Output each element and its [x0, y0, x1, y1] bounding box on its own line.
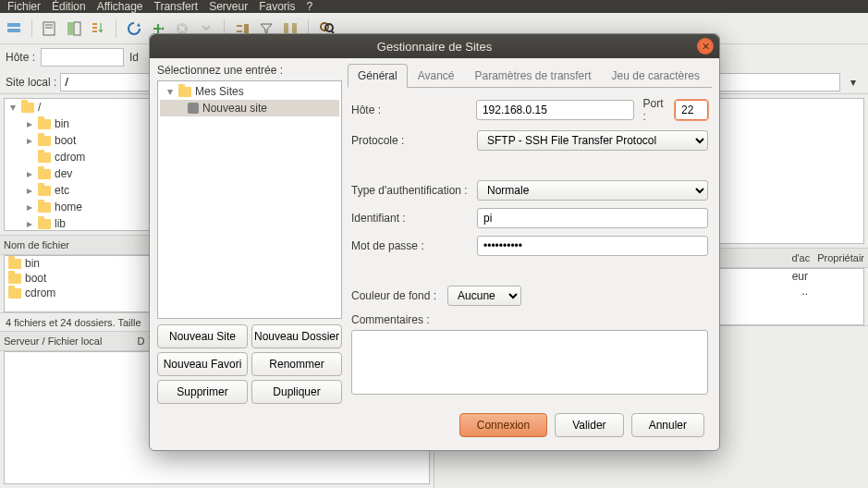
tab-advanced[interactable]: Avancé [408, 64, 465, 87]
svg-rect-6 [74, 22, 80, 35]
tree-item[interactable]: bin [55, 117, 69, 130]
server-manager-icon[interactable] [4, 18, 24, 39]
menu-transfer[interactable]: Transfert [154, 0, 199, 13]
quick-host-input[interactable] [41, 48, 124, 67]
select-entry-label: Sélectionnez une entrée : [157, 64, 342, 77]
tree-item[interactable]: home [55, 201, 82, 214]
folder-icon [178, 87, 191, 97]
toggle-queue-icon[interactable] [88, 18, 108, 39]
comments-textarea[interactable] [351, 330, 708, 395]
tree-item[interactable]: dev [55, 167, 72, 180]
delete-button[interactable]: Supprimer [157, 380, 248, 404]
comments-label: Commentaires : [351, 313, 471, 326]
tree-root[interactable]: / [38, 101, 41, 114]
tab-charset[interactable]: Jeu de caractères [602, 64, 710, 87]
validate-button[interactable]: Valider [555, 413, 623, 437]
auth-label: Type d'authentification : [351, 184, 471, 197]
folder-icon [38, 119, 51, 129]
user-input[interactable] [477, 208, 708, 228]
site-tree-root[interactable]: Mes Sites [195, 85, 244, 98]
header-direction[interactable]: D [137, 336, 144, 347]
tree-item[interactable]: etc [55, 184, 69, 197]
tree-item[interactable]: boot [55, 134, 76, 147]
port-input[interactable] [675, 100, 708, 120]
dialog-title-bar: Gestionnaire de Sites ✕ [150, 34, 719, 58]
svg-rect-0 [7, 23, 20, 27]
auth-select[interactable]: Normale [477, 180, 708, 201]
svg-rect-10 [292, 23, 297, 34]
svg-rect-2 [43, 22, 55, 35]
menu-file[interactable]: Fichier [7, 0, 41, 13]
close-icon[interactable]: ✕ [697, 38, 714, 55]
tabs: Général Avancé Paramètres de transfert J… [348, 64, 712, 88]
svg-rect-8 [244, 24, 249, 33]
new-favorite-button[interactable]: Nouveau Favori [157, 352, 248, 376]
quick-host-label: Hôte : [6, 51, 35, 64]
toggle-tree-icon[interactable] [64, 18, 84, 39]
folder-icon [8, 259, 21, 269]
list-item[interactable]: boot [25, 272, 46, 285]
list-item[interactable]: bin [25, 257, 40, 270]
toggle-log-icon[interactable] [40, 18, 60, 39]
site-tree[interactable]: ▾ Mes Sites Nouveau site [157, 80, 342, 319]
cancel-button[interactable]: Annuler [631, 413, 704, 437]
tab-transfer[interactable]: Paramètres de transfert [465, 64, 602, 87]
menu-server[interactable]: Serveur [209, 0, 248, 13]
menu-edit[interactable]: Édition [52, 0, 86, 13]
host-input[interactable] [476, 100, 634, 120]
host-label: Hôte : [351, 104, 471, 116]
folder-icon [38, 136, 51, 146]
header-server[interactable]: Serveur / Fichier local [4, 336, 102, 347]
list-item[interactable]: eur [792, 270, 808, 283]
svg-rect-1 [7, 29, 20, 32]
menu-help[interactable]: ? [307, 0, 313, 13]
folder-icon [8, 274, 21, 284]
folder-icon [38, 169, 51, 179]
folder-icon [38, 152, 51, 163]
connect-button[interactable]: Connexion [459, 413, 547, 437]
menubar: Fichier Édition Affichage Transfert Serv… [0, 0, 868, 13]
port-label: Port : [643, 97, 669, 123]
tab-general[interactable]: Général [348, 64, 408, 88]
header-owner[interactable]: Propriétair [817, 252, 864, 263]
folder-icon [38, 202, 51, 213]
rename-button[interactable]: Renommer [251, 352, 342, 376]
refresh-icon[interactable] [124, 18, 144, 39]
menu-favorites[interactable]: Favoris [259, 0, 295, 13]
folder-icon [38, 219, 51, 229]
list-item[interactable]: .. [801, 285, 808, 298]
protocol-label: Protocole : [351, 134, 471, 147]
folder-icon [21, 103, 34, 113]
svg-rect-9 [284, 23, 288, 34]
folder-icon [38, 186, 51, 196]
protocol-select[interactable]: SFTP - SSH File Transfer Protocol [477, 130, 708, 151]
user-label: Identifiant : [351, 212, 471, 225]
tree-item[interactable]: lib [55, 217, 66, 230]
list-item[interactable]: cdrom [25, 287, 55, 299]
local-site-label: Site local : [6, 76, 56, 89]
bgcolor-select[interactable]: Aucune [447, 286, 521, 306]
site-tree-item[interactable]: Nouveau site [202, 102, 267, 115]
password-input[interactable] [477, 236, 708, 256]
dialog-title: Gestionnaire de Sites [377, 40, 492, 54]
folder-icon [8, 288, 21, 299]
quick-id-label: Id [129, 51, 139, 64]
menu-view[interactable]: Affichage [97, 0, 143, 13]
password-label: Mot de passe : [351, 239, 471, 252]
bgcolor-label: Couleur de fond : [351, 289, 436, 302]
new-site-button[interactable]: Nouveau Site [157, 324, 248, 348]
site-manager-dialog: Gestionnaire de Sites ✕ Sélectionnez une… [149, 33, 720, 451]
tree-item[interactable]: cdrom [55, 151, 85, 164]
server-icon [188, 103, 199, 114]
duplicate-button[interactable]: Dupliquer [251, 380, 342, 404]
svg-rect-5 [67, 22, 73, 35]
header-name[interactable]: Nom de fichier [4, 239, 69, 250]
new-folder-button[interactable]: Nouveau Dossier [251, 324, 342, 348]
header-perm[interactable]: d'ac [791, 252, 810, 263]
